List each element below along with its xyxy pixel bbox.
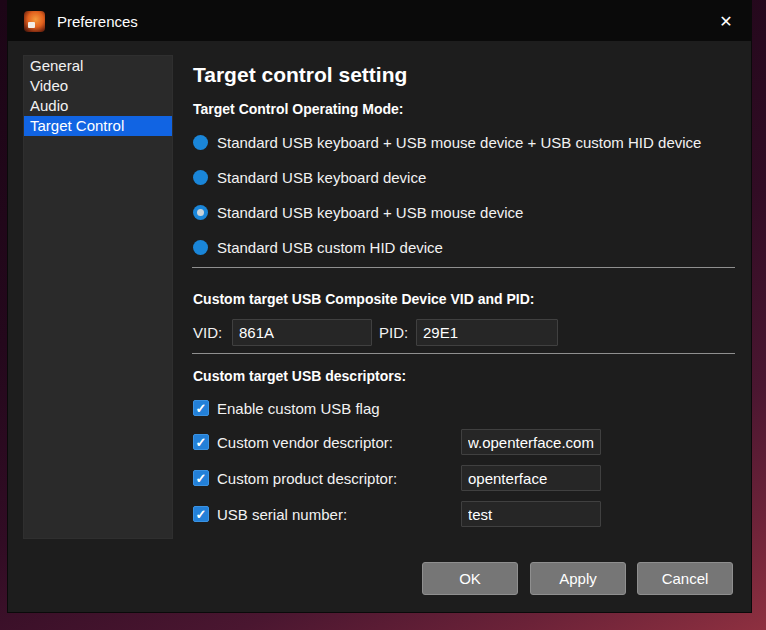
vid-label: VID: (193, 324, 222, 341)
checkbox-checked-icon: ✓ (193, 434, 209, 450)
radio-label: Standard USB custom HID device (217, 239, 443, 256)
pid-input[interactable] (416, 319, 558, 346)
sidebar-nav: General Video Audio Target Control (23, 55, 173, 539)
check-icon: ✓ (196, 402, 207, 415)
checkbox-label: Custom product descriptor: (217, 470, 397, 487)
divider (192, 267, 735, 268)
sidebar-item-video[interactable]: Video (24, 76, 172, 96)
pid-label: PID: (379, 324, 408, 341)
vid-input[interactable] (232, 319, 372, 346)
checkbox-enable-custom-usb-flag[interactable]: ✓ Enable custom USB flag (193, 398, 380, 418)
usb-serial-number-input[interactable] (461, 501, 601, 527)
checkbox-custom-vendor-descriptor[interactable]: ✓ Custom vendor descriptor: (193, 432, 393, 452)
sidebar-item-target-control[interactable]: Target Control (24, 116, 172, 136)
radio-icon (193, 170, 208, 185)
operating-mode-label: Target Control Operating Mode: (193, 101, 404, 117)
radio-checked-icon (193, 205, 208, 220)
radio-option-hid[interactable]: Standard USB custom HID device (193, 237, 443, 257)
radio-option-kbd[interactable]: Standard USB keyboard device (193, 167, 426, 187)
radio-icon (193, 135, 208, 150)
app-icon (24, 11, 45, 32)
check-icon: ✓ (196, 472, 207, 485)
radio-option-kbd-mouse-hid[interactable]: Standard USB keyboard + USB mouse device… (193, 132, 701, 152)
descriptors-section-label: Custom target USB descriptors: (193, 368, 406, 384)
checkbox-checked-icon: ✓ (193, 470, 209, 486)
radio-label: Standard USB keyboard + USB mouse device (217, 204, 523, 221)
divider (192, 353, 735, 354)
checkbox-label: USB serial number: (217, 506, 347, 523)
preferences-dialog: Preferences ✕ General Video Audio Target… (7, 0, 752, 613)
radio-label: Standard USB keyboard + USB mouse device… (217, 134, 701, 151)
page-title: Target control setting (193, 63, 407, 87)
check-icon: ✓ (196, 436, 207, 449)
checkbox-custom-product-descriptor[interactable]: ✓ Custom product descriptor: (193, 468, 397, 488)
product-descriptor-input[interactable] (461, 465, 601, 491)
close-icon: ✕ (719, 12, 732, 31)
radio-option-kbd-mouse[interactable]: Standard USB keyboard + USB mouse device (193, 202, 523, 222)
radio-label: Standard USB keyboard device (217, 169, 426, 186)
check-icon: ✓ (196, 508, 207, 521)
vid-pid-section-label: Custom target USB Composite Device VID a… (193, 291, 535, 307)
radio-icon (193, 240, 208, 255)
ok-button[interactable]: OK (422, 562, 518, 595)
vendor-descriptor-input[interactable] (461, 429, 601, 455)
checkbox-checked-icon: ✓ (193, 506, 209, 522)
apply-button[interactable]: Apply (530, 562, 626, 595)
checkbox-label: Enable custom USB flag (217, 400, 380, 417)
close-button[interactable]: ✕ (709, 5, 743, 37)
checkbox-checked-icon: ✓ (193, 400, 209, 416)
checkbox-label: Custom vendor descriptor: (217, 434, 393, 451)
checkbox-usb-serial-number[interactable]: ✓ USB serial number: (193, 504, 347, 524)
titlebar[interactable]: Preferences ✕ (8, 1, 751, 41)
cancel-button[interactable]: Cancel (637, 562, 733, 595)
window-title: Preferences (57, 13, 138, 30)
sidebar-item-general[interactable]: General (24, 56, 172, 76)
sidebar-item-audio[interactable]: Audio (24, 96, 172, 116)
